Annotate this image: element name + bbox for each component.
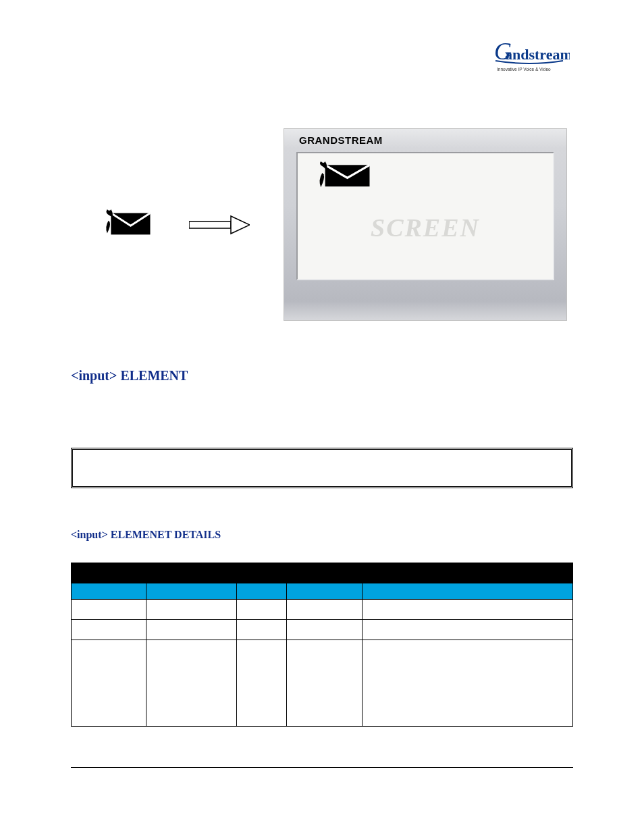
table-row (72, 640, 573, 727)
table-column-header (146, 583, 237, 600)
screen-watermark-text: SCREEN (371, 213, 480, 242)
section-heading-input-element: <input> ELEMENT (71, 368, 573, 384)
table-group-header (72, 563, 287, 583)
envelope-icon (105, 208, 155, 242)
brand-logo: G andstream Innovative IP Voice & Video (482, 34, 570, 81)
svg-marker-5 (231, 216, 250, 234)
table-group-header (287, 563, 573, 583)
input-element-details-table (71, 563, 573, 727)
device-brand-label: GRANDSTREAM (298, 132, 383, 146)
table-row (72, 620, 573, 640)
figure-illustration: GRANDSTREAM SCREEN (71, 128, 573, 321)
device-mock: GRANDSTREAM SCREEN (284, 128, 567, 321)
svg-text:Innovative IP Voice & Video: Innovative IP Voice & Video (497, 67, 551, 72)
table-column-header (72, 583, 146, 600)
table-column-header (287, 583, 362, 600)
table-column-header (362, 583, 572, 600)
footer-separator (71, 767, 573, 768)
sub-heading-input-element-details: <input> ELEMENET DETAILS (71, 529, 573, 541)
envelope-icon (318, 161, 375, 188)
svg-text:andstream: andstream (505, 46, 570, 63)
table-column-header (237, 583, 287, 600)
code-example-box (71, 448, 573, 488)
device-screen: SCREEN (296, 152, 554, 280)
arrow-icon (189, 215, 250, 235)
table-row (72, 600, 573, 620)
svg-rect-4 (189, 221, 231, 228)
